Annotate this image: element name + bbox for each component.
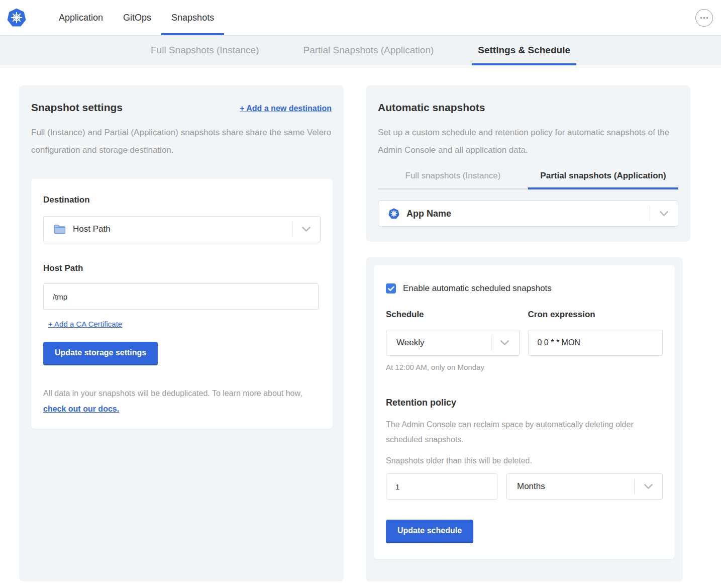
kubernetes-logo-icon xyxy=(7,8,26,27)
main-nav: Application GitOps Snapshots xyxy=(49,0,224,35)
host-path-label: Host Path xyxy=(43,263,321,273)
automatic-snapshots-card: Automatic snapshots Set up a custom sche… xyxy=(366,85,690,242)
cron-human-readable-hint: At 12:00 AM, only on Monday xyxy=(386,363,520,371)
snapshot-settings-card: Snapshot settings + Add a new destinatio… xyxy=(19,85,344,581)
app-select[interactable]: App Name xyxy=(378,201,678,227)
dedup-info-text: All data in your snapshots will be dedup… xyxy=(43,385,321,417)
chevron-down-icon xyxy=(500,340,509,346)
snapshot-type-tabs: Full snapshots (Instance) Partial snapsh… xyxy=(378,171,678,189)
nav-tab-gitops[interactable]: GitOps xyxy=(113,0,161,35)
nav-tab-snapshots[interactable]: Snapshots xyxy=(161,0,224,35)
retention-unit-value: Months xyxy=(517,481,545,492)
host-path-input[interactable] xyxy=(43,283,319,310)
snapshot-settings-title: Snapshot settings xyxy=(31,102,123,114)
destination-label: Destination xyxy=(43,195,321,205)
schedule-panel: Enable automatic scheduled snapshots Sch… xyxy=(374,265,675,559)
add-new-destination-link[interactable]: + Add a new destination xyxy=(240,104,332,113)
subnav-tab-full-snapshots[interactable]: Full Snapshots (Instance) xyxy=(145,36,265,65)
app-select-value: App Name xyxy=(406,209,451,219)
subnav-tab-settings-schedule[interactable]: Settings & Schedule xyxy=(472,36,576,65)
docs-link[interactable]: check out our docs. xyxy=(43,405,119,413)
schedule-card: Enable automatic scheduled snapshots Sch… xyxy=(366,257,683,581)
snapshot-settings-description: Full (Instance) and Partial (Application… xyxy=(31,124,332,159)
chevron-down-icon xyxy=(660,211,668,217)
enable-snapshots-label: Enable automatic scheduled snapshots xyxy=(403,283,552,293)
retention-value-input[interactable] xyxy=(386,473,497,500)
chevron-down-icon xyxy=(302,227,311,232)
destination-select-value: Host Path xyxy=(73,224,111,234)
tab-full-snapshots-instance[interactable]: Full snapshots (Instance) xyxy=(378,171,528,189)
cron-expression-input[interactable] xyxy=(528,330,663,356)
update-storage-settings-button[interactable]: Update storage settings xyxy=(43,342,158,365)
automatic-snapshots-title: Automatic snapshots xyxy=(378,102,485,114)
app-header: Application GitOps Snapshots xyxy=(0,0,721,35)
add-ca-certificate-link[interactable]: + Add a CA Certificate xyxy=(48,320,122,328)
schedule-frequency-select[interactable]: Weekly xyxy=(386,330,520,356)
kubernetes-app-icon xyxy=(388,208,399,219)
retention-unit-select[interactable]: Months xyxy=(506,473,663,500)
destination-select[interactable]: Host Path xyxy=(43,216,321,242)
storage-settings-panel: Destination Host Path Host Path + A xyxy=(31,179,333,429)
enable-snapshots-checkbox[interactable] xyxy=(386,283,396,293)
automatic-snapshots-description: Set up a custom schedule and retention p… xyxy=(378,124,678,159)
more-options-icon[interactable] xyxy=(695,9,713,27)
update-schedule-button[interactable]: Update schedule xyxy=(386,520,473,543)
cron-expression-label: Cron expression xyxy=(528,310,663,320)
nav-tab-application[interactable]: Application xyxy=(49,0,113,35)
subnav-tab-partial-snapshots[interactable]: Partial Snapshots (Application) xyxy=(297,36,440,65)
retention-policy-description: The Admin Console can reclaim space by a… xyxy=(386,417,663,447)
chevron-down-icon xyxy=(644,484,653,489)
dedup-info-prefix: All data in your snapshots will be dedup… xyxy=(43,389,302,398)
check-icon xyxy=(388,286,394,291)
folder-icon xyxy=(54,224,66,234)
retention-policy-title: Retention policy xyxy=(386,398,663,408)
schedule-frequency-value: Weekly xyxy=(396,338,424,348)
retention-hint: Snapshots older than this will be delete… xyxy=(386,456,663,465)
tab-partial-snapshots-application[interactable]: Partial snapshots (Application) xyxy=(528,171,678,189)
schedule-label: Schedule xyxy=(386,310,520,320)
snapshots-subnav: Full Snapshots (Instance) Partial Snapsh… xyxy=(0,35,721,65)
